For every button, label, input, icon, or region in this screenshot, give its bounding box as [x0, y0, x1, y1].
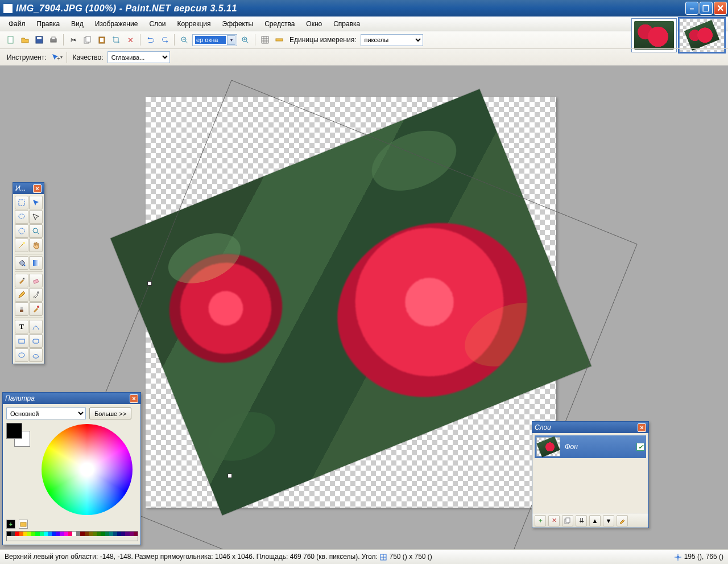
units-select[interactable]: пикселы: [361, 34, 423, 46]
swatch[interactable]: [27, 532, 31, 536]
swatch[interactable]: [101, 532, 105, 536]
swatch[interactable]: [134, 532, 138, 536]
palette-mode-select[interactable]: Основной: [6, 407, 86, 419]
layer-visible-checkbox[interactable]: ✔: [636, 443, 644, 451]
swatch[interactable]: [105, 532, 109, 536]
swatch[interactable]: [113, 532, 117, 536]
swatch[interactable]: [56, 532, 60, 536]
layer-merge-button[interactable]: ⇊: [576, 515, 587, 526]
menu-view[interactable]: Вид: [66, 18, 89, 30]
swatch[interactable]: [35, 532, 39, 536]
swatch[interactable]: [97, 532, 101, 536]
swatch[interactable]: [76, 532, 80, 536]
tool-picker[interactable]: [29, 288, 43, 302]
menu-tools[interactable]: Средства: [259, 18, 300, 30]
menu-effects[interactable]: Эффекты: [217, 18, 259, 30]
manage-palette-button[interactable]: [19, 520, 28, 529]
tool-roundrect[interactable]: [29, 334, 43, 348]
tool-move[interactable]: [29, 210, 43, 224]
menu-window[interactable]: Окно: [301, 18, 327, 30]
tool-pan[interactable]: [29, 238, 43, 252]
tool-rect[interactable]: [15, 334, 28, 348]
crop-button[interactable]: [110, 34, 122, 46]
swatch[interactable]: [72, 532, 76, 536]
swatch[interactable]: [93, 532, 97, 536]
tool-text[interactable]: T: [15, 320, 28, 334]
tool-gradient[interactable]: [29, 256, 43, 270]
palette-panel[interactable]: Палитра× Основной Больше >> +: [2, 392, 141, 545]
swatch[interactable]: [117, 532, 121, 536]
tool-move-selection[interactable]: [29, 196, 43, 209]
palette-close-button[interactable]: ×: [130, 394, 138, 403]
tool-freeform[interactable]: [29, 348, 43, 362]
tool-brush[interactable]: [15, 274, 28, 287]
layer-up-button[interactable]: ▲: [589, 515, 601, 526]
canvas[interactable]: [146, 97, 556, 508]
tool-ellipse[interactable]: [15, 348, 28, 362]
swatch[interactable]: [48, 532, 52, 536]
tool-recolor[interactable]: [29, 302, 43, 316]
layer-down-button[interactable]: ▼: [603, 515, 614, 526]
menu-layers[interactable]: Слои: [144, 18, 171, 30]
undo-button[interactable]: ⮌: [144, 34, 156, 46]
tool-zoom[interactable]: [29, 224, 43, 238]
swatch[interactable]: [40, 532, 44, 536]
new-button[interactable]: [5, 34, 17, 46]
swatch[interactable]: [19, 532, 23, 536]
tool-magic-wand[interactable]: [15, 238, 28, 252]
tool-pencil[interactable]: [15, 288, 28, 302]
swatch[interactable]: [109, 532, 113, 536]
swatch[interactable]: [130, 532, 134, 536]
open-button[interactable]: [19, 34, 31, 46]
layer-props-button[interactable]: [617, 515, 628, 526]
swatch[interactable]: [31, 532, 35, 536]
add-swatch-button[interactable]: +: [6, 520, 15, 529]
swatch[interactable]: [23, 532, 27, 536]
swatch[interactable]: [85, 532, 89, 536]
layer-duplicate-button[interactable]: [562, 515, 573, 526]
ruler-button[interactable]: [273, 34, 286, 46]
tool-line[interactable]: [29, 320, 43, 334]
swatch[interactable]: [7, 532, 11, 536]
layers-panel[interactable]: Слои× Фон ✔ ＋ ✕ ⇊ ▲ ▼: [532, 421, 649, 528]
print-button[interactable]: [47, 34, 60, 46]
layer-add-button[interactable]: ＋: [535, 515, 546, 526]
fg-bg-swatch[interactable]: [6, 423, 32, 451]
menu-edit[interactable]: Правка: [32, 18, 65, 30]
swatch[interactable]: [125, 532, 129, 536]
layer-row-0[interactable]: Фон ✔: [535, 435, 646, 458]
layer-delete-button[interactable]: ✕: [548, 515, 560, 526]
zoom-input[interactable]: [195, 36, 226, 44]
quality-select[interactable]: Сглажива...: [107, 51, 170, 63]
zoom-combo[interactable]: ▾: [192, 34, 237, 46]
color-wheel[interactable]: [42, 424, 133, 515]
save-button[interactable]: [33, 34, 46, 46]
color-strip[interactable]: [6, 531, 138, 541]
zoom-in-button[interactable]: [239, 34, 251, 46]
fg-color[interactable]: [6, 423, 22, 439]
tool-ellipse-select[interactable]: [15, 224, 28, 238]
tool-rect-select[interactable]: [15, 196, 28, 209]
swatch[interactable]: [11, 532, 15, 536]
swatch[interactable]: [68, 532, 72, 536]
cut-button[interactable]: ✂: [67, 34, 80, 46]
palette-more-button[interactable]: Больше >>: [89, 407, 131, 419]
maximize-button[interactable]: ❐: [700, 2, 713, 15]
menu-adjust[interactable]: Коррекция: [172, 18, 216, 30]
redo-button[interactable]: ⮎: [158, 34, 171, 46]
tool-clone[interactable]: [15, 302, 28, 316]
swatch[interactable]: [15, 532, 19, 536]
swatch[interactable]: [80, 532, 84, 536]
layers-close-button[interactable]: ×: [638, 423, 646, 432]
close-button[interactable]: ✕: [714, 2, 727, 15]
deselect-button[interactable]: ✕: [124, 34, 136, 46]
tools-panel[interactable]: И...× T: [13, 182, 44, 364]
tool-lasso[interactable]: [15, 210, 28, 224]
swatch[interactable]: [52, 532, 56, 536]
tool-bucket[interactable]: [15, 256, 28, 270]
copy-button[interactable]: [81, 34, 94, 46]
menu-help[interactable]: Справка: [328, 18, 365, 30]
swatch[interactable]: [44, 532, 48, 536]
menu-image[interactable]: Изображение: [90, 18, 143, 30]
tools-close-button[interactable]: ×: [33, 184, 42, 193]
